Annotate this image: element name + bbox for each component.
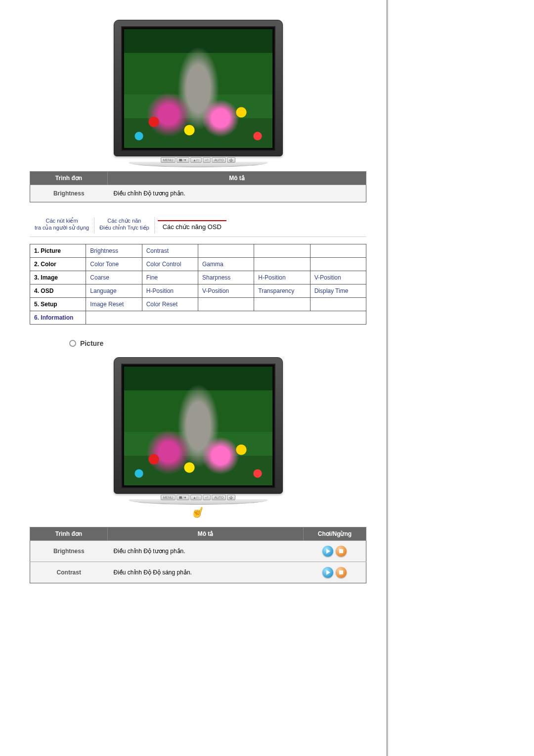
- row-label: Brightness: [30, 540, 108, 562]
- row-label: Brightness: [30, 185, 108, 202]
- osd-btn: ▲/○: [190, 157, 202, 163]
- col-menu: Trình đơn: [30, 527, 108, 540]
- link-sharpness[interactable]: Sharpness: [202, 274, 230, 281]
- play-button[interactable]: [322, 546, 333, 557]
- link-gamma[interactable]: Gamma: [202, 261, 223, 268]
- col-menu: Trình đơn: [30, 172, 108, 185]
- cat-setup: 5. Setup: [30, 297, 86, 311]
- link-v-position[interactable]: V-Position: [314, 274, 341, 281]
- osd-btn: MENU: [161, 495, 176, 500]
- link-image-reset[interactable]: Image Reset: [90, 301, 124, 308]
- cat-picture: 1. Picture: [30, 244, 86, 257]
- cat-image: 3. Image: [30, 271, 86, 284]
- link-color-tone[interactable]: Color Tone: [90, 261, 119, 268]
- table-row: Brightness Điều chỉnh Độ tương phản.: [30, 540, 366, 562]
- cat-information: 6. Information: [30, 311, 86, 324]
- osd-btn: ⏻: [227, 157, 235, 163]
- row-desc: Điều chỉnh Độ tương phản.: [108, 185, 366, 202]
- screen-photo: [124, 367, 272, 485]
- osd-btn: AUTO: [212, 495, 226, 500]
- osd-btn: MENU: [161, 157, 176, 163]
- link-color-control[interactable]: Color Control: [146, 261, 181, 268]
- osd-btn: ▲/○: [190, 495, 202, 500]
- link-h-position[interactable]: H-Position: [258, 274, 285, 281]
- osd-btn: ⏎: [203, 157, 211, 163]
- stop-button[interactable]: [336, 567, 347, 578]
- link-transparency[interactable]: Transparency: [258, 287, 294, 294]
- table-row: 6. Information: [30, 311, 366, 324]
- table-row: Contrast Điều chỉnh Độ Độ sáng phản.: [30, 562, 366, 583]
- hand-pointer-icon: [191, 506, 205, 520]
- link-brightness[interactable]: Brightness: [90, 247, 118, 254]
- table-row: 5. Setup Image Reset Color Reset: [30, 297, 366, 311]
- cat-osd: 4. OSD: [30, 284, 86, 297]
- bullet-icon: [69, 340, 76, 347]
- table-row: 4. OSD Language H-Position V-Position Tr…: [30, 284, 366, 297]
- tab-bar: Các nút kiểm tra của người sử dụng Các c…: [30, 217, 366, 237]
- link-fine[interactable]: Fine: [146, 274, 158, 281]
- row-label: Contrast: [30, 562, 108, 583]
- tab-direct-adjust[interactable]: Các chức năn Điều chỉnh Trực tiếp: [94, 217, 154, 234]
- link-osd-h-position[interactable]: H-Position: [146, 287, 174, 294]
- link-coarse[interactable]: Coarse: [90, 274, 109, 281]
- monitor-illustration: MENU ⯀/▼ ▲/○ ⏎ AUTO ⏻: [30, 20, 366, 165]
- link-display-time[interactable]: Display Time: [314, 287, 349, 294]
- table-row: 3. Image Coarse Fine Sharpness H-Positio…: [30, 271, 366, 284]
- cat-color: 2. Color: [30, 257, 86, 271]
- tab-user-controls[interactable]: Các nút kiểm tra của người sử dụng: [30, 217, 94, 234]
- osd-btn: ⯀/▼: [177, 495, 189, 500]
- table-row: 2. Color Color Tone Color Control Gamma: [30, 257, 366, 271]
- screen-photo: [124, 29, 272, 148]
- stop-button[interactable]: [336, 546, 347, 557]
- brightness-table: Trình đơn Mô tả Brightness Điều chỉnh Độ…: [30, 171, 366, 202]
- osd-btn: AUTO: [212, 157, 226, 163]
- monitor-illustration: MENU ⯀/▼ ▲/○ ⏎ AUTO ⏻: [30, 357, 366, 521]
- tab-osd-functions[interactable]: Các chức năng OSD: [158, 220, 226, 234]
- row-desc: Điều chỉnh Độ Độ sáng phản.: [108, 562, 304, 583]
- link-language[interactable]: Language: [90, 287, 116, 294]
- play-button[interactable]: [322, 567, 333, 578]
- table-row: 1. Picture Brightness Contrast: [30, 244, 366, 257]
- osd-menu-grid: 1. Picture Brightness Contrast 2. Color …: [30, 244, 366, 325]
- picture-section-heading: Picture: [69, 339, 366, 347]
- osd-btn: ⯀/▼: [177, 157, 189, 163]
- col-desc: Mô tả: [108, 172, 366, 185]
- picture-settings-table: Trình đơn Mô tả Chơi/Ngừng Brightness Đi…: [30, 527, 366, 583]
- link-osd-v-position[interactable]: V-Position: [202, 287, 229, 294]
- row-desc: Điều chỉnh Độ tương phản.: [108, 540, 304, 562]
- col-desc: Mô tả: [108, 527, 304, 540]
- col-playstop: Chơi/Ngừng: [304, 527, 366, 540]
- link-color-reset[interactable]: Color Reset: [146, 301, 178, 308]
- link-contrast[interactable]: Contrast: [146, 247, 169, 254]
- table-row: Brightness Điều chỉnh Độ tương phản.: [30, 185, 366, 202]
- osd-btn: ⏻: [227, 495, 235, 500]
- osd-btn: ⏎: [203, 495, 211, 500]
